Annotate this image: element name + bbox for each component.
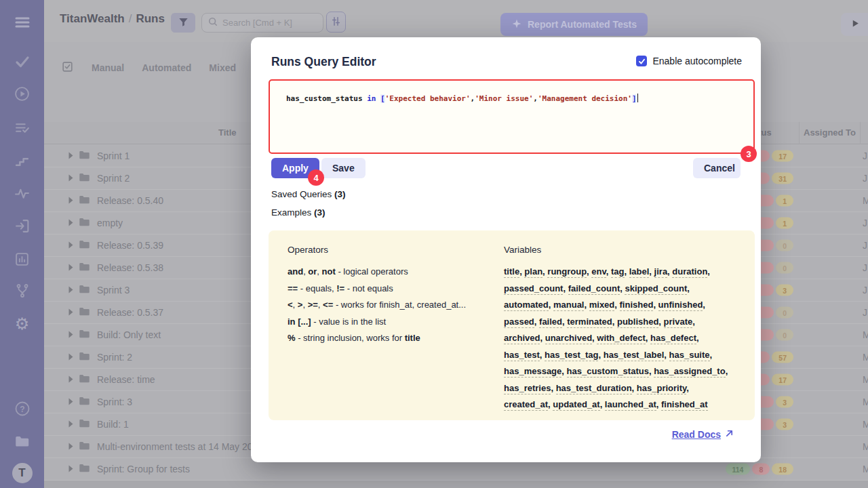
variable-chip: terminated <box>567 317 612 328</box>
variable-chip: private <box>664 317 693 328</box>
checkbox-checked-icon[interactable] <box>636 56 647 66</box>
variable-chip: finished_at <box>661 399 708 411</box>
variable-chip: has_defect <box>650 333 696 344</box>
runs-query-editor-modal: Runs Query Editor Enable autocomplete ha… <box>251 37 761 462</box>
variable-chip: has_suite <box>669 350 710 361</box>
examples-count: (3) <box>314 207 326 218</box>
variable-chip: failed_count <box>568 283 620 295</box>
examples-toggle[interactable]: Examples (3) <box>271 207 326 218</box>
variable-chip: skipped_count <box>625 283 687 295</box>
variable-chip: has_test_duration <box>556 383 632 394</box>
annotation-step-3-badge: 3 <box>741 146 757 162</box>
variable-chip: updated_at <box>553 399 599 411</box>
saved-queries-toggle[interactable]: Saved Queries (3) <box>271 189 346 199</box>
enable-autocomplete-toggle[interactable]: Enable autocomplete <box>636 56 742 66</box>
variable-chip: has_test_tag <box>545 350 598 361</box>
variable-chip: has_test_label <box>604 350 665 361</box>
variable-chip: rungroup <box>547 266 587 278</box>
variable-chip: duration <box>672 266 707 278</box>
read-docs-link[interactable]: Read Docs <box>672 429 734 440</box>
operators-title: Operators <box>288 245 494 255</box>
variable-chip: has_retries <box>504 383 551 394</box>
variable-chip: manual <box>553 300 585 311</box>
operators-list: and, or, not - logical operators== - equ… <box>288 264 494 347</box>
variable-chip: plan <box>524 266 542 278</box>
variable-chip: title <box>504 266 519 278</box>
variable-chip: has_custom_status <box>567 366 649 378</box>
external-link-arrow-icon <box>725 429 734 440</box>
variable-chip: has_test <box>504 350 540 361</box>
variable-chip: has_priority <box>637 383 686 394</box>
query-editor[interactable]: has_custom_status in ['Expected behavior… <box>269 79 755 154</box>
variable-chip: archived <box>504 333 540 344</box>
save-button[interactable]: Save <box>321 158 366 178</box>
text-cursor <box>637 94 639 102</box>
variable-chip: has_message <box>504 366 561 378</box>
variable-chip: passed_count <box>504 283 563 295</box>
variable-chip: jira <box>654 266 668 278</box>
examples-label: Examples <box>271 207 311 218</box>
variable-chip: published <box>617 317 658 328</box>
app-screen: ⚙ ? T TitanWealth/Runs Report Automated … <box>0 0 868 488</box>
variable-chip: mixed <box>589 300 615 311</box>
variable-chip: tag <box>611 266 625 278</box>
variables-title: Variables <box>504 245 736 255</box>
query-help-panel: Operators and, or, not - logical operato… <box>269 230 755 420</box>
variable-chip: finished <box>620 300 654 311</box>
variable-chip: with_defect <box>597 333 646 344</box>
variable-chip: failed <box>539 317 562 328</box>
modal-title: Runs Query Editor <box>271 55 376 69</box>
variable-chip: unfinished <box>658 300 703 311</box>
saved-queries-label: Saved Queries <box>271 189 332 199</box>
variable-chip: automated <box>504 300 549 311</box>
variable-chip: unarchived <box>545 333 592 344</box>
cancel-button[interactable]: Cancel <box>693 158 741 178</box>
variable-chip: label <box>629 266 650 278</box>
variables-list: title, plan, rungroup, env, tag, label, … <box>504 264 736 413</box>
variable-chip: passed <box>504 317 534 328</box>
read-docs-label: Read Docs <box>672 429 721 440</box>
variable-chip: launched_at <box>605 399 656 411</box>
autocomplete-label: Enable autocomplete <box>652 56 742 66</box>
variable-chip: env <box>591 266 606 278</box>
variable-chip: created_at <box>504 399 548 411</box>
query-code[interactable]: has_custom_status in ['Expected behavior… <box>286 94 638 103</box>
annotation-step-4-badge: 4 <box>308 169 324 186</box>
variable-chip: has_assigned_to <box>654 366 726 378</box>
saved-queries-count: (3) <box>334 189 346 199</box>
